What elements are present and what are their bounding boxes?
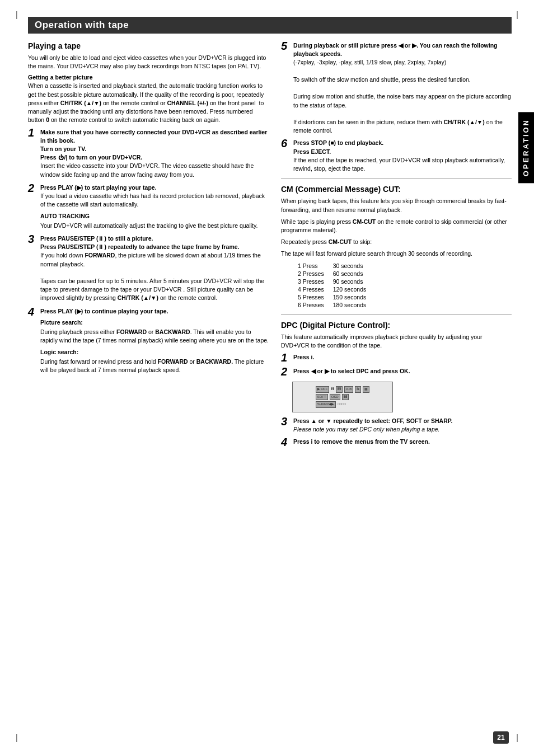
page-number: 21 [493,731,509,744]
step-5-num: 5 [281,40,291,51]
left-column: Playing a tape You will only be able to … [28,41,269,452]
divider-1 [281,179,512,179]
dpc-step-4: 4 Press i to remove the menus from the T… [281,438,512,448]
step-1-title: Make sure that you have correctly connec… [40,129,267,144]
step-1-content: Make sure that you have correctly connec… [40,128,269,179]
right-column: 5 During playback or still picture press… [281,41,512,452]
divider-2 [281,314,512,315]
corner-mark-br: | [516,733,518,742]
dpc-step-1-num: 1 [281,352,291,363]
cm-table-row: 5 Presses150 seconds [298,293,375,301]
step-4-content: Press PLAY (▶) to continue playing your … [40,307,269,375]
cm-table-value: 30 seconds [333,262,376,270]
section-title: Operation with tape [28,17,512,34]
step-5-content: During playback or still picture press ◀… [293,41,512,135]
cm-table-row: 4 Presses120 seconds [298,285,375,293]
corner-mark-tl: | [16,10,18,19]
cm-cut-title: CM (Commercial Message) CUT: [281,185,512,194]
cm-table-value: 120 seconds [333,285,376,293]
intro-text: You will only be able to load and eject … [28,54,269,71]
cm-table-row: 2 Presses60 seconds [298,270,375,278]
cm-table-row: 3 Presses90 seconds [298,278,375,285]
cm-table-row: 1 Press30 seconds [298,262,375,270]
logic-search-label: Logic search: [40,348,269,356]
dpc-intro: This feature automatically improves play… [281,333,512,350]
cm-cut-text1: When playing back tapes, this feature le… [281,197,512,214]
dpc-step-2: 2 Press ◀ or ▶ to select DPC and press O… [281,367,512,377]
step-4-num: 4 [28,306,38,317]
cm-table-label: 1 Press [298,262,333,270]
step-6-num: 6 [281,138,291,149]
picture-search-label: Picture search: [40,318,269,327]
dpc-step-2-num: 2 [281,366,291,377]
cm-cut-text3: Repeatedly press CM-CUT to skip: [281,238,512,246]
step-5: 5 During playback or still picture press… [281,41,512,135]
dpc-step-4-content: Press i to remove the menus from the TV … [293,438,512,446]
cm-table-value: 60 seconds [333,270,376,278]
cm-table-row: 6 Presses180 seconds [298,301,375,309]
dpc-step-3-num: 3 [281,416,291,427]
cm-table-label: 5 Presses [298,293,333,301]
step-1-num: 1 [28,127,38,138]
step-1: 1 Make sure that you have correctly conn… [28,128,269,179]
dpc-step-3: 3 Press ▲ or ▼ repeatedly to select: OFF… [281,417,512,434]
playing-tape-title: Playing a tape [28,41,269,50]
dpc-section: DPC (Digital Picture Control): This feat… [281,321,512,448]
side-tab: OPERATION [518,112,534,183]
step-2-num: 2 [28,182,38,194]
dpc-step-2-content: Press ◀ or ▶ to select DPC and press OK. [293,367,512,375]
cm-cut-text4: The tape will fast forward picture searc… [281,250,512,258]
dpc-note: Please note you may set DPC only when pl… [293,426,440,433]
step-2-content: Press PLAY (▶) to start playing your tap… [40,184,269,230]
step-3-num: 3 [28,233,38,245]
cm-table-label: 3 Presses [298,278,333,285]
auto-tracking-label: AUTO TRACKING [40,212,269,220]
dpc-step-3-content: Press ▲ or ▼ repeatedly to select: OFF, … [293,417,512,434]
getting-better-text: When a cassette is inserted and playback… [28,82,269,124]
step-4: 4 Press PLAY (▶) to continue playing you… [28,307,269,375]
cm-cut-section: CM (Commercial Message) CUT: When playin… [281,185,512,308]
corner-mark-bl: | [16,733,18,742]
cm-table-value: 90 seconds [333,278,376,285]
main-content: Playing a tape You will only be able to … [28,41,512,452]
cm-table-label: 6 Presses [298,301,333,309]
cm-table-label: 4 Presses [298,285,333,293]
dpc-screen: ▶ OFF 🎞 🎞 A-B ⇆ ▦ SOFT OSD 🎞 [292,382,393,412]
dpc-step-1-content: Press i. [293,353,512,361]
dpc-step-1: 1 Press i. [281,353,512,363]
step-3: 3 Press PAUSE/STEP (⏸) to still a pictur… [28,234,269,303]
page: | | | | OPERATION Operation with tape Pl… [0,0,534,756]
corner-mark-tr: | [516,10,518,19]
step-6: 6 Press STOP (■) to end playback. Press … [281,139,512,173]
dpc-title: DPC (Digital Picture Control): [281,321,512,330]
cm-cut-table: 1 Press30 seconds2 Presses60 seconds3 Pr… [298,262,512,309]
step-6-content: Press STOP (■) to end playback. Press EJ… [293,139,512,173]
step-3-content: Press PAUSE/STEP (⏸) to still a picture.… [40,234,269,303]
dpc-step-4-num: 4 [281,436,291,448]
cm-table-value: 150 seconds [333,293,376,301]
cm-table-value: 180 seconds [333,301,376,309]
cm-cut-text2: While tape is playing press CM-CUT on th… [281,218,512,234]
step-2: 2 Press PLAY (▶) to start playing your t… [28,184,269,230]
cm-table-label: 2 Presses [298,270,333,278]
dpc-screen-content: ▶ OFF 🎞 🎞 A-B ⇆ ▦ SOFT OSD 🎞 [316,386,370,408]
getting-better-title: Getting a better picture [28,74,269,81]
